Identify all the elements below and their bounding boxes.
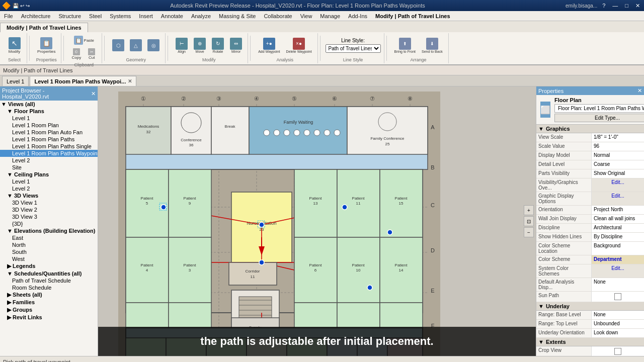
prop-value-default-analysis[interactable]: None (592, 278, 644, 291)
line-style-select[interactable]: Path of Travel Lines (326, 44, 381, 53)
delete-waypoint-btn[interactable]: ×● Delete Waypoint (283, 36, 314, 55)
menu-modify[interactable]: Modify | Path of Travel Lines (371, 12, 454, 20)
tree-room-schedule[interactable]: Room Schedule (0, 284, 98, 291)
tree-site[interactable]: Site (0, 164, 98, 171)
prop-section-underlay[interactable]: ▼ Underlay (536, 302, 644, 311)
project-browser-close[interactable]: ✕ (91, 90, 96, 97)
tab-waypoints[interactable]: Level 1 Room Plan Paths Waypoi... ✕ (30, 76, 136, 86)
undo-btn[interactable]: ↩ (20, 3, 24, 9)
rotate-btn[interactable]: ↻ Rotate (209, 36, 226, 55)
prop-value-display-model[interactable]: Normal (592, 151, 644, 160)
menu-analyze[interactable]: Analyze (187, 12, 215, 20)
menu-systems[interactable]: Systems (106, 12, 135, 20)
tree-west[interactable]: West (0, 255, 98, 262)
menu-collaborate[interactable]: Collaborate (260, 12, 296, 20)
zoom-fit-btn[interactable]: ⊡ (524, 216, 534, 226)
tree-3dview1[interactable]: 3D View 1 (0, 199, 98, 206)
tree-floor-plans[interactable]: ▼ Floor Plans (0, 108, 98, 115)
prop-value-view-scale[interactable]: 1/8" = 1'-0" (592, 133, 644, 142)
copy-btn[interactable]: © Copy (69, 47, 84, 61)
menu-architecture[interactable]: Architecture (17, 12, 55, 20)
menu-annotate[interactable]: Annotate (157, 12, 187, 20)
tree-level1-paths[interactable]: Level 1 Room Plan Paths (0, 136, 98, 143)
prop-value-color-scheme[interactable]: Department (592, 255, 644, 264)
sun-path-checkbox[interactable] (614, 293, 621, 300)
geometry-btn2[interactable]: △ (127, 38, 144, 53)
tree-schedules[interactable]: ▼ Schedules/Quantities (all) (0, 270, 98, 277)
tree-level2[interactable]: Level 2 (0, 157, 98, 164)
paste-btn[interactable]: 📋 Paste (71, 34, 97, 46)
tree-travel-schedule[interactable]: Path of Travel Schedule (0, 277, 98, 284)
modify-select-btn[interactable]: ↖ Modify (6, 36, 23, 55)
zoom-in-btn[interactable]: + (524, 205, 534, 215)
properties-btn[interactable]: 📋 Properties (35, 36, 58, 55)
close-btn[interactable]: ✕ (633, 3, 642, 9)
mirror-btn[interactable]: ⇔ Mirror (227, 36, 245, 55)
prop-value-detail-level[interactable]: Coarse (592, 160, 644, 169)
tree-level1[interactable]: Level 1 (0, 115, 98, 122)
crop-view-checkbox[interactable] (614, 348, 621, 355)
menu-massing[interactable]: Massing & Site (215, 12, 260, 20)
tree-ceiling-level2[interactable]: Level 2 (0, 185, 98, 192)
tree-level1-paths-waypoints[interactable]: Level 1 Room Plan Paths Waypoints (0, 150, 98, 157)
prop-value-system-color[interactable]: Edit... (592, 264, 644, 278)
cut-btn[interactable]: ✂ Cut (85, 47, 99, 61)
prop-value-sun-path[interactable] (592, 292, 644, 302)
move-btn[interactable]: ⊕ Move (191, 36, 208, 55)
tree-groups[interactable]: ▶ Groups (0, 306, 98, 314)
maximize-btn[interactable]: □ (623, 3, 630, 9)
menu-view[interactable]: View (296, 12, 316, 20)
canvas-area[interactable]: ① ② ③ ④ ⑤ ⑥ ⑦ ⑧ A B C D E F G (98, 86, 536, 356)
tree-level1-room-plan[interactable]: Level 1 Room Plan (0, 122, 98, 129)
add-waypoint-btn[interactable]: +● Add Waypoint (256, 36, 282, 55)
geometry-btn3[interactable]: ◎ (145, 38, 162, 53)
quick-access-toolbar[interactable]: 💾 ↩ ↪ (13, 3, 30, 9)
tree-3d-default[interactable]: {3D} (0, 220, 98, 227)
prop-value-wall-join[interactable]: Clean all wall joins (592, 215, 644, 223)
tree-south[interactable]: South (0, 248, 98, 255)
tree-3dview2[interactable]: 3D View 2 (0, 206, 98, 213)
menu-steel[interactable]: Steel (85, 12, 106, 20)
menu-manage[interactable]: Manage (316, 12, 344, 20)
prop-value-top-level[interactable]: Unbounded (592, 320, 644, 328)
zoom-out-btn[interactable]: − (524, 227, 534, 237)
redo-btn[interactable]: ↪ (26, 3, 30, 9)
tree-views-all[interactable]: ▼ Views (all) (0, 101, 98, 108)
tree-north[interactable]: North (0, 241, 98, 248)
tree-east[interactable]: East (0, 234, 98, 241)
align-btn[interactable]: ⊢ Align (173, 36, 190, 55)
tab-modify-path[interactable]: Modify | Path of Travel Lines (0, 23, 88, 32)
tab-level1[interactable]: Level 1 (2, 76, 29, 86)
prop-value-visibility-graphics[interactable]: Edit... (592, 178, 644, 192)
prop-value-discipline[interactable]: Architectural (592, 224, 644, 232)
menu-file[interactable]: File (0, 12, 17, 20)
prop-value-parts-visibility[interactable]: Show Original (592, 169, 644, 178)
prop-value-base-level[interactable]: None (592, 311, 644, 319)
minimize-btn[interactable]: — (610, 3, 620, 9)
view-selector[interactable]: Floor Plan: Level 1 Room Plan Paths W... (554, 104, 644, 113)
menu-addins[interactable]: Add-Ins (344, 12, 371, 20)
tab-waypoints-close[interactable]: ✕ (128, 78, 132, 84)
prop-value-hidden-lines[interactable]: By Discipline (592, 233, 644, 241)
menu-insert[interactable]: Insert (135, 12, 157, 20)
tree-revit-links[interactable]: ▶ Revit Links (0, 314, 98, 321)
tree-level1-auto-fan[interactable]: Level 1 Room Plan Auto Fan (0, 129, 98, 136)
prop-value-graphic-display[interactable]: Edit... (592, 192, 644, 205)
prop-value-scale-value[interactable]: 96 (592, 142, 644, 151)
prop-value-orientation[interactable]: Project North (592, 206, 644, 214)
prop-value-underlay-orientation[interactable]: Look down (592, 329, 644, 337)
tree-sheets[interactable]: ▶ Sheets (all) (0, 291, 98, 299)
tree-level1-paths-single[interactable]: Level 1 Room Plan Paths Single (0, 143, 98, 150)
tree-ceiling-level1[interactable]: Level 1 (0, 178, 98, 185)
prop-value-crop-view[interactable] (592, 346, 644, 356)
tree-3d-views[interactable]: ▼ 3D Views (0, 192, 98, 199)
tree-legends[interactable]: ▶ Legends (0, 262, 98, 270)
help-btn[interactable]: ? (600, 3, 607, 9)
prop-section-graphics[interactable]: ▼ Graphics (536, 125, 644, 133)
tree-ceiling-plans[interactable]: ▼ Ceiling Plans (0, 171, 98, 178)
tree-families[interactable]: ▶ Families (0, 299, 98, 306)
save-btn[interactable]: 💾 (13, 3, 19, 9)
prop-value-color-scheme-loc[interactable]: Background (592, 242, 644, 255)
edit-type-button[interactable]: Edit Type... (554, 114, 644, 122)
properties-close-btn[interactable]: ✕ (637, 87, 642, 94)
